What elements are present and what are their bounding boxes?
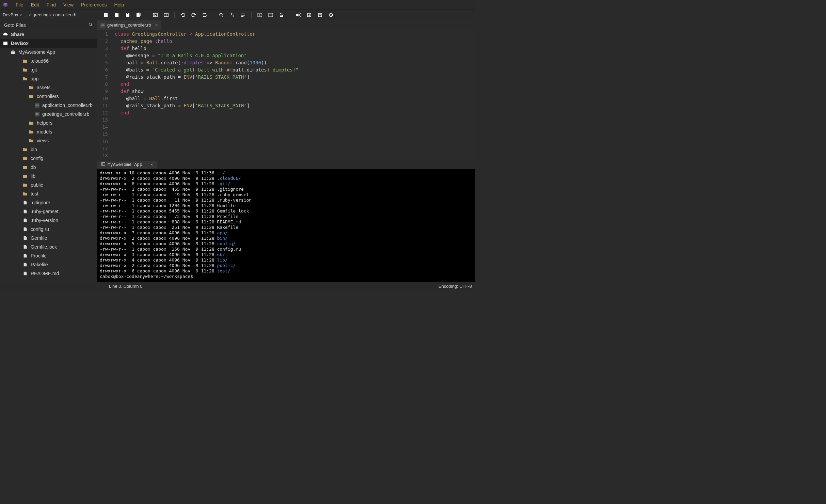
code-editor[interactable]: 123456789101112131415161718 class Greeti…	[97, 30, 475, 160]
tree-item[interactable]: public	[0, 180, 97, 189]
file-icon	[22, 262, 28, 267]
terminal-button[interactable]	[150, 10, 161, 20]
tree-item[interactable]: Gemfile	[0, 234, 97, 242]
stop-button[interactable]	[265, 10, 276, 20]
undo-button[interactable]	[177, 10, 188, 20]
refresh-button[interactable]	[199, 10, 210, 20]
tree-item-label: .gitignore	[31, 200, 50, 205]
folder-icon	[29, 85, 34, 90]
tree-item[interactable]: bin	[0, 145, 97, 154]
tree-item[interactable]: .cloud66	[0, 57, 97, 65]
menu-edit[interactable]: Edit	[31, 2, 39, 7]
history-button[interactable]	[325, 10, 336, 20]
tree-item[interactable]: helpers	[0, 119, 97, 127]
terminal-tab[interactable]: MyAwesome App ×	[97, 161, 157, 169]
tree-item[interactable]: views	[0, 136, 97, 145]
goto-files[interactable]: Goto Files	[0, 20, 97, 30]
search-button[interactable]	[216, 10, 227, 20]
tree-item[interactable]: .gitignore	[0, 198, 97, 207]
tree-item[interactable]: .git	[0, 65, 97, 74]
tree-item-label: lib	[31, 173, 35, 179]
tree-item[interactable]: Rakefile	[0, 260, 97, 269]
file-icon	[22, 253, 28, 258]
tree-item[interactable]: models	[0, 127, 97, 136]
breadcrumb-mid[interactable]: ...	[23, 12, 27, 17]
tree-item-label: controllers	[37, 94, 59, 99]
goto-files-label: Goto Files	[4, 22, 26, 28]
replace-button[interactable]	[227, 10, 238, 20]
breadcrumb-file[interactable]: greetings_controller.rb	[33, 12, 77, 17]
editor-area: 123456789101112131415161718 class Greeti…	[97, 30, 475, 282]
save-all-button[interactable]	[133, 10, 144, 20]
breadcrumb[interactable]: DevBox > ... > greetings_controller.rb	[0, 12, 97, 17]
sidebar-share-label: Share	[11, 32, 24, 37]
folder-icon	[22, 147, 28, 152]
tree-item[interactable]: <>greetings_controller.rb	[0, 110, 97, 119]
menu-view[interactable]: View	[63, 2, 74, 7]
tree-item[interactable]: Gemfile.lock	[0, 242, 97, 251]
tree-item[interactable]: db	[0, 163, 97, 172]
sidebar-devbox[interactable]: DevBox	[0, 39, 97, 48]
svg-rect-37	[3, 42, 7, 43]
tree-item-label: .ruby-version	[31, 218, 58, 223]
folder-icon	[29, 120, 34, 126]
menu-help[interactable]: Help	[114, 2, 124, 7]
split-button[interactable]	[161, 10, 172, 20]
sidebar-project[interactable]: MyAwesome App	[0, 48, 97, 57]
terminal-panel: MyAwesome App × drwxr-xr-x 10 cabox cabo…	[97, 160, 475, 282]
breadcrumb-root[interactable]: DevBox	[3, 12, 18, 17]
main-area: Share DevBox MyAwesome App .cloud66.gita…	[0, 30, 475, 282]
tree-item[interactable]: config.ru	[0, 225, 97, 234]
tree-item[interactable]: README.md	[0, 269, 97, 278]
download-button[interactable]	[304, 10, 315, 20]
line-gutter: 123456789101112131415161718	[97, 30, 111, 160]
new-file-button[interactable]	[100, 10, 111, 20]
breadcrumb-separator: >	[29, 12, 31, 17]
folder-icon	[22, 182, 28, 188]
terminal-icon	[101, 162, 106, 168]
close-icon[interactable]: ×	[155, 22, 158, 28]
editor-tab[interactable]: <> greetings_controller.rb ×	[97, 20, 161, 30]
svg-point-27	[299, 13, 300, 14]
file-icon	[22, 235, 28, 241]
folder-icon	[22, 164, 28, 170]
toolbar-row: DevBox > ... > greetings_controller.rb	[0, 10, 475, 20]
tree-item-label: bin	[31, 147, 37, 152]
menu-file[interactable]: File	[16, 2, 23, 7]
menu-find[interactable]: Find	[47, 2, 56, 7]
share-button[interactable]	[293, 10, 304, 20]
run-button[interactable]	[254, 10, 265, 20]
terminal-body[interactable]: drwxr-xr-x 10 cabox cabox 4096 Nov 9 11:…	[97, 169, 475, 282]
tree-item[interactable]: config	[0, 154, 97, 163]
tree-item[interactable]: app	[0, 74, 97, 83]
tree-item-label: application_controller.rb	[42, 103, 93, 108]
redo-button[interactable]	[188, 10, 199, 20]
tree-item[interactable]: .ruby-gemset	[0, 207, 97, 216]
svg-line-30	[298, 15, 299, 16]
tree-item[interactable]: assets	[0, 83, 97, 92]
upload-button[interactable]	[315, 10, 325, 20]
tree-item[interactable]: <>application_controller.rb	[0, 101, 97, 110]
statusbar: Line 0, Column 0 Encoding: UTF-8	[0, 282, 475, 290]
tree-item[interactable]: .ruby-version	[0, 216, 97, 225]
settings-panel-button[interactable]	[276, 10, 287, 20]
menu-preferences[interactable]: Preferences	[81, 2, 107, 7]
svg-line-29	[298, 14, 299, 15]
svg-rect-36	[3, 42, 7, 45]
find-in-files-button[interactable]	[238, 10, 249, 20]
folder-icon	[22, 76, 28, 81]
new-folder-button[interactable]	[111, 10, 122, 20]
tree-item[interactable]: Procfile	[0, 251, 97, 260]
tree-item[interactable]: lib	[0, 172, 97, 180]
file-icon	[22, 218, 28, 223]
close-icon[interactable]: ×	[150, 162, 153, 167]
save-button[interactable]	[122, 10, 133, 20]
tree-item[interactable]: controllers	[0, 92, 97, 101]
code-content[interactable]: class GreetingsController < ApplicationC…	[111, 30, 475, 160]
app-logo-icon	[3, 2, 8, 7]
sidebar-share[interactable]: Share	[0, 30, 97, 39]
terminal-tabs: MyAwesome App ×	[97, 160, 475, 169]
toolbar	[97, 10, 336, 20]
tree-item[interactable]: test	[0, 189, 97, 198]
svg-point-11	[220, 13, 222, 16]
